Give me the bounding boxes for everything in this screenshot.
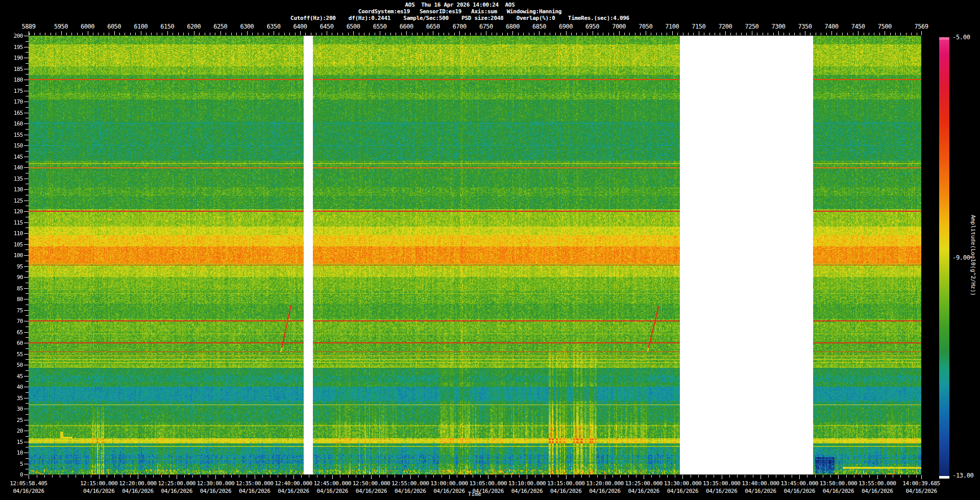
tick-mark	[753, 475, 753, 478]
tick-mark	[401, 33, 402, 35]
colorbar-title: Amplitude(Log10(g^2/Hz))	[970, 179, 976, 332]
tick-mark	[231, 33, 232, 35]
tick-mark	[512, 31, 513, 35]
tick-label: 6750	[479, 23, 493, 30]
tick-mark	[342, 33, 343, 35]
tick-mark	[24, 354, 29, 355]
tick-mark	[82, 33, 83, 35]
tick-mark	[395, 475, 395, 478]
tick-label: 12:05:58.405	[10, 480, 47, 487]
tick-label: 160	[0, 120, 23, 127]
tick-mark	[418, 475, 419, 478]
tick-label: 12:35:00.000	[236, 480, 273, 487]
tick-mark	[442, 475, 442, 478]
tick-mark	[746, 33, 747, 35]
tick-mark	[215, 475, 216, 479]
tick-label: 6050	[107, 23, 121, 30]
tick-mark	[826, 33, 827, 35]
tick-label: 7500	[878, 23, 892, 30]
tick-mark	[220, 31, 221, 35]
tick-mark	[476, 33, 476, 35]
tick-mark	[24, 420, 29, 420]
tick-label: 7050	[639, 23, 652, 30]
tick-mark	[199, 33, 200, 35]
tick-mark	[763, 33, 763, 35]
tick-mark	[114, 475, 115, 478]
tick-mark	[620, 475, 621, 478]
tick-mark	[278, 475, 278, 478]
tick-mark	[24, 266, 29, 267]
tick-mark	[704, 33, 704, 35]
tick-mark	[26, 469, 29, 469]
tick-mark	[157, 33, 157, 35]
tick-mark	[364, 33, 364, 35]
tick-label: 6600	[400, 23, 413, 30]
tick-mark	[208, 475, 208, 478]
tick-mark	[24, 145, 29, 146]
tick-mark	[523, 33, 524, 35]
tick-mark	[706, 475, 706, 478]
tick-mark	[239, 475, 239, 478]
tick-mark	[598, 33, 598, 35]
tick-mark	[322, 33, 322, 35]
tick-mark	[589, 475, 590, 478]
tick-mark	[659, 475, 660, 478]
tick-mark	[858, 31, 859, 35]
tick-mark	[773, 33, 774, 35]
tick-label: 10	[0, 449, 23, 456]
tick-mark	[122, 475, 122, 478]
tick-mark	[890, 33, 891, 35]
tick-mark	[353, 31, 354, 35]
tick-mark	[385, 33, 386, 35]
tick-mark	[178, 33, 179, 35]
tick-mark	[26, 129, 29, 130]
tick-mark	[667, 33, 667, 35]
tick-mark	[29, 33, 30, 35]
tick-mark	[646, 31, 646, 35]
tick-mark	[279, 33, 279, 35]
tick-label: 14:00:39.685	[902, 480, 940, 487]
tick-mark	[459, 31, 460, 35]
tick-mark	[24, 233, 29, 234]
tick-mark	[76, 475, 76, 478]
tick-label: 195	[0, 44, 23, 51]
tick-label: 5889	[22, 23, 36, 30]
tick-mark	[24, 47, 29, 47]
tick-label: 6250	[213, 23, 227, 30]
tick-mark	[830, 475, 831, 478]
tick-mark	[454, 33, 455, 35]
tick-mark	[390, 33, 391, 35]
tick-label: 190	[0, 55, 23, 61]
tick-mark	[608, 33, 609, 35]
tick-mark	[24, 211, 29, 212]
tick-mark	[550, 33, 550, 35]
tick-mark	[177, 475, 177, 479]
tick-label: 50	[0, 362, 23, 368]
tick-mark	[698, 475, 699, 478]
tick-mark	[24, 36, 29, 36]
tick-mark	[146, 33, 146, 35]
tick-mark	[921, 31, 922, 35]
tick-mark	[26, 425, 29, 426]
tick-mark	[486, 31, 486, 35]
tick-label: 70	[0, 318, 23, 324]
tick-mark	[714, 475, 714, 478]
tick-mark	[480, 475, 481, 478]
tick-mark	[917, 33, 917, 35]
tick-mark	[792, 475, 792, 478]
tick-label: 140	[0, 164, 23, 171]
tick-mark	[316, 33, 316, 35]
tick-mark	[519, 475, 520, 478]
tick-mark	[438, 33, 439, 35]
tick-mark	[481, 33, 481, 35]
tick-mark	[688, 33, 689, 35]
tick-mark	[252, 33, 253, 35]
tick-mark	[885, 475, 886, 478]
tick-mark	[628, 475, 629, 478]
tick-mark	[768, 475, 769, 478]
tick-mark	[26, 140, 29, 140]
tick-label: 65	[0, 329, 23, 336]
tick-mark	[161, 475, 162, 478]
tick-mark	[603, 33, 603, 35]
tick-label: 13:10:00.000	[508, 480, 546, 487]
